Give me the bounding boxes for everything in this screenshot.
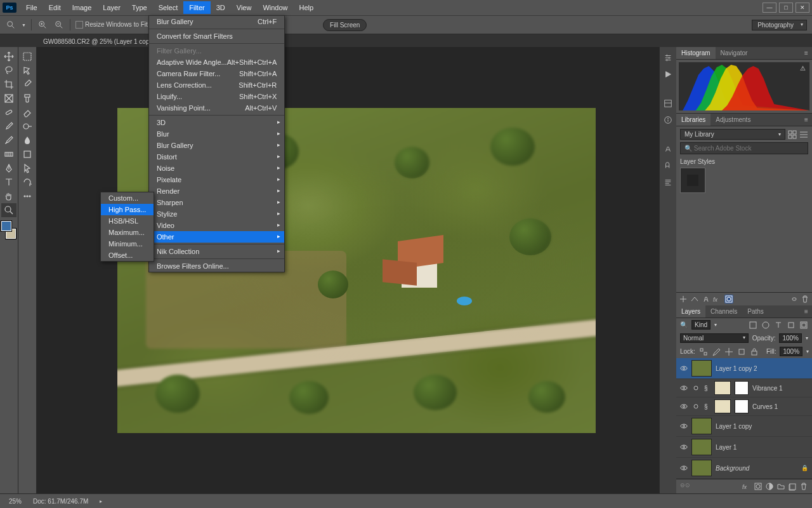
blend-mode-dropdown[interactable]: Normal ▾ xyxy=(680,333,749,343)
eyedropper-tool[interactable] xyxy=(20,77,35,91)
lock-artboard-icon[interactable] xyxy=(737,347,746,356)
quick-select-tool[interactable] xyxy=(20,64,35,77)
filter-img-icon[interactable] xyxy=(749,321,757,330)
fill-screen-button[interactable]: Fill Screen xyxy=(323,19,367,31)
shape-tool[interactable] xyxy=(20,147,35,161)
menu-file[interactable]: File xyxy=(20,1,43,14)
visibility-icon[interactable] xyxy=(680,403,688,410)
dropdown-arrow-icon[interactable]: ▼ xyxy=(22,23,26,27)
workspace-dropdown[interactable]: Photography xyxy=(752,20,807,30)
canvas-area[interactable] xyxy=(37,47,676,494)
window-minimize[interactable]: — xyxy=(763,3,776,13)
library-dropdown[interactable]: My Library▾ xyxy=(680,129,785,140)
menuitem-blur[interactable]: Blur xyxy=(149,128,284,140)
libraries-tab[interactable]: Libraries xyxy=(676,114,710,126)
clone-tool[interactable] xyxy=(20,91,35,105)
layer-fx-icon[interactable]: fx xyxy=(713,295,722,304)
menuitem-blur-gallery[interactable]: Blur Gallery xyxy=(149,140,284,151)
menuitem-convert-for-smart-filters[interactable]: Convert for Smart Filters xyxy=(149,30,284,42)
menuitem-nik-collection[interactable]: Nik Collection xyxy=(149,246,284,257)
window-close[interactable]: ✕ xyxy=(796,3,809,13)
menuitem-stylize[interactable]: Stylize xyxy=(149,208,284,220)
menu-select[interactable]: Select xyxy=(153,1,184,14)
crop-tool[interactable] xyxy=(1,77,16,91)
panel-menu-icon[interactable]: ≡ xyxy=(801,114,812,126)
visibility-icon[interactable] xyxy=(680,422,688,430)
mask-button[interactable] xyxy=(754,482,763,491)
menu-type[interactable]: Type xyxy=(126,1,153,14)
menuitem-pixelate[interactable]: Pixelate xyxy=(149,174,284,185)
zoom-tool[interactable] xyxy=(1,203,16,217)
adjustments-tab[interactable]: Adjustments xyxy=(710,114,756,126)
text-tool[interactable] xyxy=(1,175,16,189)
layer-row[interactable]: Layer 1 copy xyxy=(676,416,812,437)
menuitem-other[interactable]: Other xyxy=(149,231,284,243)
layer-action-1[interactable] xyxy=(679,295,688,304)
menu-edit[interactable]: Edit xyxy=(43,1,67,14)
layer-row[interactable]: §Curves 1 xyxy=(676,398,812,416)
menuitem-maximum-[interactable]: Maximum... xyxy=(101,227,154,238)
layer-row[interactable]: Layer 1 xyxy=(676,437,812,458)
gradient-tool[interactable] xyxy=(1,147,16,161)
color-swatches[interactable] xyxy=(0,221,18,240)
rotate-view-tool[interactable] xyxy=(20,175,35,189)
paragraph-icon[interactable] xyxy=(662,177,674,188)
kind-filter[interactable]: Kind xyxy=(691,320,710,330)
more-tools[interactable] xyxy=(20,189,35,203)
menu-layer[interactable]: Layer xyxy=(97,1,126,14)
layer-row[interactable]: §Vibrance 1 xyxy=(676,379,812,398)
layer-name[interactable]: Layer 1 copy xyxy=(716,423,808,430)
layer-row[interactable]: Layer 1 copy 2 xyxy=(676,358,812,379)
layer-action-3[interactable] xyxy=(702,295,710,304)
adjustment-button[interactable] xyxy=(765,482,774,491)
menuitem-custom-[interactable]: Custom... xyxy=(101,192,154,204)
filter-shape-icon[interactable] xyxy=(787,321,796,330)
opacity-value[interactable]: 100% xyxy=(779,333,802,343)
paths-tab[interactable]: Paths xyxy=(742,305,769,318)
menuitem-video[interactable]: Video xyxy=(149,220,284,231)
layer-name[interactable]: Curves 1 xyxy=(752,403,808,410)
layers-tab[interactable]: Layers xyxy=(676,305,705,318)
glyph-icon[interactable] xyxy=(662,160,674,171)
lock-pixels-icon[interactable] xyxy=(712,347,721,356)
visibility-icon[interactable] xyxy=(680,384,688,392)
menu-window[interactable]: Window xyxy=(257,1,293,14)
navigator-tab[interactable]: Navigator xyxy=(716,47,753,59)
zoom-in-icon[interactable] xyxy=(37,19,48,30)
info-icon[interactable] xyxy=(662,114,674,126)
library-search[interactable]: 🔍 Search Adobe Stock xyxy=(680,142,808,154)
menuitem-distort[interactable]: Distort xyxy=(149,151,284,163)
blur-tool[interactable] xyxy=(20,133,35,147)
move-tool[interactable] xyxy=(1,50,16,64)
menuitem-noise[interactable]: Noise xyxy=(149,163,284,174)
zoom-out-icon[interactable] xyxy=(53,19,65,30)
adjustment-icon[interactable] xyxy=(662,52,674,64)
zoom-tool-icon[interactable] xyxy=(5,19,16,30)
layer-name[interactable]: Vibrance 1 xyxy=(752,385,808,392)
filter-adj-icon[interactable] xyxy=(761,321,770,330)
layer-name[interactable]: Background xyxy=(716,465,797,472)
trash-icon[interactable] xyxy=(801,295,809,304)
play-icon[interactable] xyxy=(662,69,674,80)
spot-heal-tool[interactable] xyxy=(1,105,16,119)
menuitem-camera-raw-filter-[interactable]: Camera Raw Filter...Shift+Ctrl+A xyxy=(149,68,284,79)
lock-position-icon[interactable] xyxy=(724,347,733,356)
layer-name[interactable]: Layer 1 xyxy=(716,444,808,451)
eraser-tool[interactable] xyxy=(20,105,35,119)
layer-style-thumb[interactable] xyxy=(680,168,705,193)
dodge-tool[interactable] xyxy=(20,119,35,133)
menu-filter[interactable]: Filter xyxy=(183,1,210,14)
lasso-tool[interactable] xyxy=(1,64,16,77)
histogram-tab[interactable]: Histogram xyxy=(676,47,716,59)
filter-text-icon[interactable] xyxy=(774,321,783,330)
delete-button[interactable] xyxy=(799,482,808,491)
menuitem-browse-filters-online-[interactable]: Browse Filters Online... xyxy=(149,260,284,272)
menu-3d[interactable]: 3D xyxy=(211,1,231,14)
zoom-level[interactable]: 25% xyxy=(9,498,22,505)
panel-menu-icon[interactable]: ≡ xyxy=(801,47,812,59)
history-brush-tool[interactable] xyxy=(1,133,16,147)
lock-lock-icon[interactable] xyxy=(750,347,759,356)
menuitem-hsb-hsl[interactable]: HSB/HSL xyxy=(101,215,154,227)
visibility-icon[interactable] xyxy=(680,464,688,472)
new-layer-button[interactable] xyxy=(788,482,797,491)
